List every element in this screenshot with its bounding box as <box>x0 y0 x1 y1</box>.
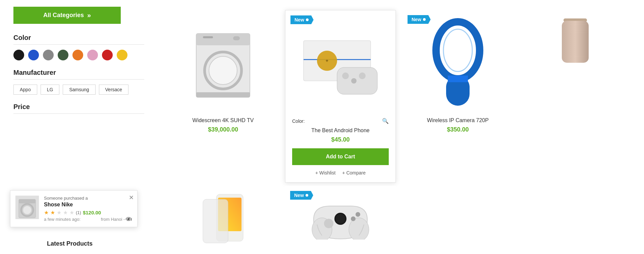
star-3: ★ <box>57 209 61 216</box>
color-text: Color: <box>292 118 305 124</box>
product-price-tv: $39,000.00 <box>174 126 272 133</box>
color-filter-red[interactable] <box>102 50 113 60</box>
new-badge-label-dyson: New <box>412 17 421 22</box>
product-image-phone <box>174 193 272 246</box>
manufacturer-tag-lg[interactable]: LG <box>41 85 60 95</box>
new-badge-dyson: New <box>408 15 431 24</box>
svg-text:✦: ✦ <box>325 58 329 63</box>
new-badge-ps4: New <box>290 15 314 24</box>
color-filter-yellow[interactable] <box>117 50 127 60</box>
compare-link[interactable]: Compare <box>342 170 366 175</box>
svg-rect-1 <box>196 34 250 45</box>
product-card-xbox: New <box>285 186 396 254</box>
product-name-tv: Widescreen 4K SUHD TV <box>174 117 272 123</box>
svg-point-5 <box>209 56 237 85</box>
popup-eye-icon[interactable]: 👁 <box>125 216 132 223</box>
star-2: ★ <box>50 209 55 216</box>
star-5: ★ <box>69 209 74 216</box>
all-categories-button[interactable]: All Categories » <box>13 7 121 24</box>
popup-close-button[interactable]: ✕ <box>129 194 134 201</box>
star-1: ★ <box>44 209 49 216</box>
svg-rect-21 <box>562 21 589 63</box>
product-image-tv <box>174 17 272 111</box>
product-image-ps4: ✦ <box>292 17 389 111</box>
products-area: Widescreen 4K SUHD TV $39,000.00 New ✦ <box>158 0 644 254</box>
popup-meta: a few minutes ago: from Hanoi - VN <box>44 217 132 222</box>
new-badge-label-xbox: New <box>294 193 304 198</box>
svg-point-27 <box>349 218 369 240</box>
manufacturer-tag-samsung[interactable]: Samsung <box>63 85 95 95</box>
svg-rect-25 <box>203 199 228 243</box>
svg-rect-2 <box>203 36 213 38</box>
popup-stars: ★ ★ ★ ★ ★ (1) $120.00 <box>44 209 132 216</box>
popup-time: a few minutes ago: <box>44 217 80 222</box>
manufacturer-tags: Appo LG Samsung Versace <box>13 85 144 95</box>
new-badge-dot-xbox <box>306 194 308 197</box>
color-filter-blue[interactable] <box>28 50 39 60</box>
dyson-svg <box>431 17 485 111</box>
color-filter-black[interactable] <box>13 50 24 60</box>
washer-svg <box>193 27 253 101</box>
popup-washer-svg <box>17 197 37 218</box>
svg-point-19 <box>451 20 465 26</box>
color-filter-pink[interactable] <box>87 50 98 60</box>
svg-rect-34 <box>19 199 36 203</box>
product-card-tv: Widescreen 4K SUHD TV $39,000.00 <box>168 10 278 145</box>
svg-point-14 <box>351 78 357 84</box>
product-name-ps4: The Best Android Phone <box>292 128 389 134</box>
tumbler-svg <box>555 13 595 67</box>
new-badge-dot-dyson <box>423 18 426 21</box>
svg-point-12 <box>342 72 349 79</box>
color-filter-orange[interactable] <box>72 50 83 60</box>
all-categories-label: All Categories <box>43 12 84 19</box>
product-name-dyson: Wireless IP Camera 720P <box>409 117 506 123</box>
new-badge-xbox: New <box>290 191 313 200</box>
xbox-svg <box>304 199 377 240</box>
color-label: Color: 🔍 <box>292 118 389 124</box>
new-badge-dot <box>306 18 309 21</box>
manufacturer-tag-appo[interactable]: Appo <box>13 85 37 95</box>
review-count: (1) <box>76 210 81 215</box>
popup-product-name: Shose Nike <box>44 202 132 208</box>
price-section: Price <box>13 103 144 114</box>
wishlist-link[interactable]: Wishlist <box>315 170 335 175</box>
notification-popup: ✕ Someone purchased a Shose Nike ★ ★ ★ ★… <box>10 190 138 227</box>
svg-rect-18 <box>448 75 468 82</box>
svg-point-31 <box>351 216 356 221</box>
manufacturer-section: Manufacturer Appo LG Samsung Versace <box>13 69 144 95</box>
color-filter-gray[interactable] <box>43 50 54 60</box>
new-badge-label: New <box>294 17 304 22</box>
svg-rect-3 <box>233 36 240 40</box>
price-section-title: Price <box>13 103 144 114</box>
svg-rect-6 <box>196 92 250 97</box>
popup-price: $120.00 <box>83 210 101 215</box>
svg-point-29 <box>336 214 345 223</box>
manufacturer-section-title: Manufacturer <box>13 69 144 80</box>
product-card-dyson: New Wireless IP Camera 720P $350 <box>402 10 513 145</box>
svg-rect-11 <box>337 67 377 94</box>
svg-point-15 <box>436 22 480 79</box>
svg-point-30 <box>324 219 333 228</box>
svg-point-13 <box>359 72 366 79</box>
svg-point-32 <box>356 212 360 217</box>
phone-svg <box>196 193 250 246</box>
manufacturer-tag-versace[interactable]: Versace <box>99 85 129 95</box>
product-image-dyson <box>409 17 506 111</box>
color-filters <box>13 50 144 60</box>
svg-rect-8 <box>304 59 371 60</box>
popup-product-image <box>15 196 39 219</box>
product-price-dyson: $350.00 <box>409 126 506 133</box>
add-to-cart-button[interactable]: Add to Cart <box>292 148 389 165</box>
star-4: ★ <box>63 209 68 216</box>
popup-content: Someone purchased a Shose Nike ★ ★ ★ ★ ★… <box>44 196 132 222</box>
product-image-tumbler <box>527 13 624 67</box>
product-card-tumbler <box>520 7 631 81</box>
ps4-svg: ✦ <box>297 24 384 104</box>
latest-products-title: Latest Products <box>47 240 93 247</box>
color-filter-dark-green[interactable] <box>58 50 68 60</box>
product-card-phone <box>168 186 278 254</box>
product-price-ps4: $45.00 <box>292 136 389 143</box>
search-icon-small: 🔍 <box>382 118 389 124</box>
svg-point-16 <box>443 29 472 71</box>
color-section-title: Color <box>13 34 144 45</box>
